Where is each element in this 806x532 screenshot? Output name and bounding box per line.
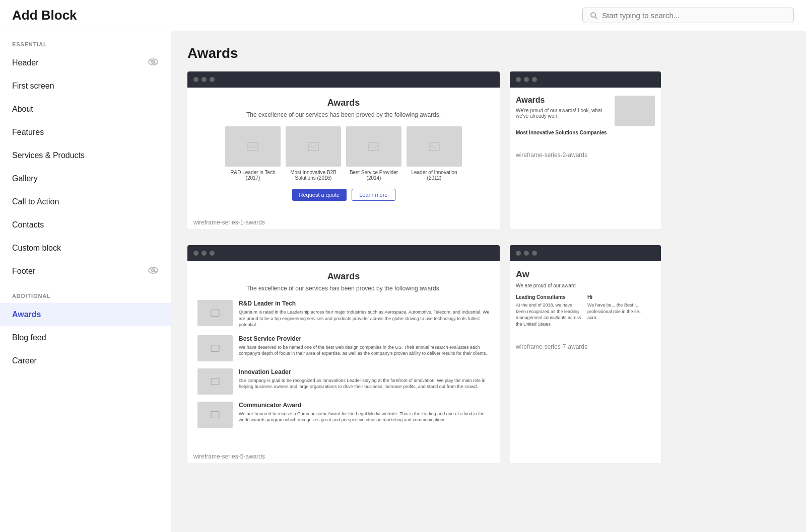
sidebar-item-gallery[interactable]: Gallery xyxy=(0,167,171,190)
card-body: Awards We're proud of our awards! Look, … xyxy=(510,88,661,143)
wf5-item-title: Communicator Award xyxy=(239,402,490,409)
sidebar-item-label: Footer xyxy=(12,267,35,276)
wf5-text: Communicator Award We are honored to rec… xyxy=(239,402,490,423)
wf-subtitle: The excellence of our services has been … xyxy=(197,111,490,118)
svg-line-13 xyxy=(308,146,311,148)
wf-image xyxy=(286,126,341,167)
svg-line-11 xyxy=(253,145,256,148)
sidebar-item-about[interactable]: About xyxy=(0,98,171,121)
search-input[interactable] xyxy=(602,11,786,20)
card-body: Awards The excellence of our services ha… xyxy=(187,88,500,211)
wf5-list-item: Innovation Leader Our company is glad to… xyxy=(197,368,490,395)
section-title: Awards xyxy=(187,45,790,61)
wf7-col-title: Hi xyxy=(587,294,655,300)
card-label: wireframe-series-7-awards xyxy=(510,340,661,353)
wf-images: R&D Leader in Tech (2017) Most Innovativ… xyxy=(197,126,490,181)
card-wireframe-2[interactable]: Awards We're proud of our awards! Look, … xyxy=(510,71,661,229)
wf5-item-title: R&D Leader in Tech xyxy=(239,300,490,307)
titlebar-dot xyxy=(193,77,198,82)
wf5-item-title: Best Service Provider xyxy=(239,335,490,342)
wf-image-wrap: R&D Leader in Tech (2017) xyxy=(225,126,281,181)
search-bar[interactable] xyxy=(582,8,794,23)
svg-line-17 xyxy=(369,146,372,148)
sidebar-item-services-products[interactable]: Services & Products xyxy=(0,144,171,167)
sidebar-item-label: Gallery xyxy=(12,174,38,183)
wf7-col: Hi We have be... the Best I... professio… xyxy=(587,294,655,327)
top-bar: Add Block xyxy=(0,0,806,31)
page-title: Add Block xyxy=(12,8,77,23)
eye-icon xyxy=(148,267,159,276)
sidebar: ESSENTIAL Header First screen About Feat… xyxy=(0,31,171,532)
wf-buttons: Request a quote Learn more xyxy=(197,189,490,201)
sidebar-item-label: Awards xyxy=(12,310,41,319)
sidebar-item-first-screen[interactable]: First screen xyxy=(0,74,171,98)
card-wireframe-7[interactable]: Aw We are proud of our award Leading Con… xyxy=(510,245,661,463)
card-titlebar xyxy=(187,71,500,88)
svg-rect-8 xyxy=(248,142,258,150)
wf5-text: R&D Leader in Tech Quantum is rated in t… xyxy=(239,300,490,328)
svg-rect-16 xyxy=(369,142,379,150)
sidebar-item-label: Contacts xyxy=(12,220,44,230)
card-titlebar xyxy=(510,71,661,88)
sidebar-item-career[interactable]: Career xyxy=(0,349,171,372)
wf-title: Aw xyxy=(516,269,655,280)
sidebar-item-awards[interactable]: Awards xyxy=(0,303,171,326)
svg-rect-25 xyxy=(211,345,219,351)
card-titlebar xyxy=(187,245,500,261)
titlebar-dot xyxy=(516,251,521,256)
sidebar-item-label: Call to Action xyxy=(12,197,59,206)
wf5-list-item: Best Service Provider We have deserved t… xyxy=(197,335,490,361)
svg-rect-24 xyxy=(211,310,219,317)
wf5-text: Best Service Provider We have deserved t… xyxy=(239,335,490,357)
card-wireframe-5[interactable]: Awards The excellence of our services ha… xyxy=(187,245,500,463)
card-wireframe-1[interactable]: Awards The excellence of our services ha… xyxy=(187,71,500,229)
wf2-col: Awards We're proud of our awards! Look, … xyxy=(516,96,607,126)
sidebar-item-features[interactable]: Features xyxy=(0,121,171,144)
sidebar-item-label: Blog feed xyxy=(12,333,46,342)
wf5-thumbnail xyxy=(197,402,233,428)
cards-row-2: Awards The excellence of our services ha… xyxy=(187,245,790,463)
svg-line-22 xyxy=(432,146,435,148)
wf5-item-body: Our company is glad to be recognized as … xyxy=(239,377,490,390)
sidebar-item-blog-feed[interactable]: Blog feed xyxy=(0,326,171,349)
wf5-list-item: R&D Leader in Tech Quantum is rated in t… xyxy=(197,300,490,328)
svg-line-15 xyxy=(314,145,316,148)
wf-image-wrap: Most Innovative B2B Solutions (2016) xyxy=(286,126,341,181)
titlebar-dot xyxy=(202,77,207,82)
svg-line-23 xyxy=(435,145,437,148)
search-icon xyxy=(590,12,598,20)
wf-image xyxy=(346,126,401,167)
svg-line-10 xyxy=(251,146,253,148)
wf5-thumbnail xyxy=(197,300,233,326)
wf-image-caption: Most Innovative B2B Solutions (2016) xyxy=(286,170,341,181)
request-quote-button[interactable]: Request a quote xyxy=(292,189,347,201)
card-body: Aw We are proud of our award Leading Con… xyxy=(510,261,661,335)
sidebar-item-label: Services & Products xyxy=(12,151,85,160)
wf5-item-title: Innovation Leader xyxy=(239,368,490,375)
content-area: Awards Awards The excellence of our serv… xyxy=(171,31,806,532)
wf-title: Awards xyxy=(197,271,490,282)
card-body: Awards The excellence of our services ha… xyxy=(187,261,500,445)
sidebar-item-call-to-action[interactable]: Call to Action xyxy=(0,190,171,213)
card-label: wireframe-series-2-awards xyxy=(510,148,661,162)
titlebar-dot xyxy=(193,251,198,256)
sidebar-item-header[interactable]: Header xyxy=(0,51,171,74)
wf7-col-title: Leading Consultants xyxy=(516,294,583,300)
svg-rect-20 xyxy=(429,142,439,150)
learn-more-button[interactable]: Learn more xyxy=(352,189,395,201)
card-label: wireframe-series-5-awards xyxy=(187,450,500,463)
sidebar-item-custom-block[interactable]: Custom block xyxy=(0,237,171,260)
wf5-item-body: Quantum is rated in the Leadership acros… xyxy=(239,309,490,328)
wf5-item-body: We are honored to receive a Communicator… xyxy=(239,411,490,423)
sidebar-item-label: About xyxy=(12,105,33,114)
wf-image-wrap: Leader of Innovation (2012) xyxy=(407,126,462,181)
sidebar-item-footer[interactable]: Footer xyxy=(0,260,171,283)
titlebar-dot xyxy=(524,251,529,256)
wf2-row: Awards We're proud of our awards! Look, … xyxy=(516,96,655,126)
sidebar-item-contacts[interactable]: Contacts xyxy=(0,213,171,237)
wf-image-caption: R&D Leader in Tech (2017) xyxy=(225,170,281,181)
titlebar-dot xyxy=(210,251,215,256)
sidebar-item-label: Custom block xyxy=(12,244,61,253)
svg-rect-27 xyxy=(211,411,219,418)
sidebar-item-label: Career xyxy=(12,356,37,365)
